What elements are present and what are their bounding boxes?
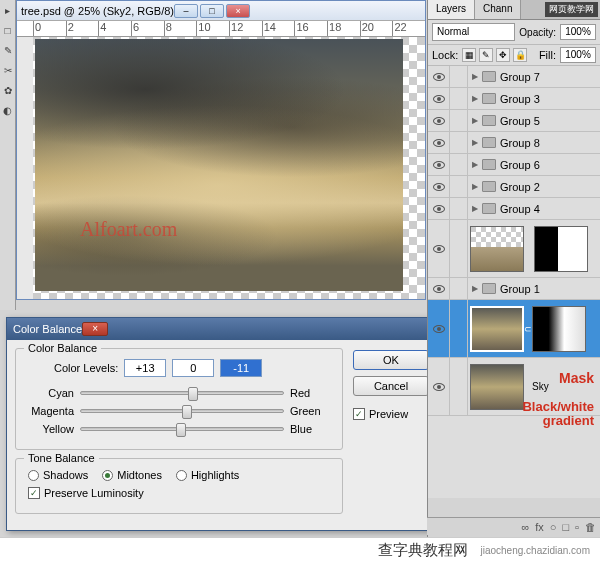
preserve-luminosity-checkbox[interactable]: ✓Preserve Luminosity [28,487,144,499]
slider-track[interactable] [80,391,284,395]
link-col[interactable] [450,220,468,277]
eye-icon [433,95,445,103]
disclosure-triangle-icon[interactable]: ▶ [472,284,478,293]
link-col[interactable] [450,358,468,415]
layer-group-row[interactable]: ▶Group 5 [428,110,600,132]
annotation-gradient: Black/whitegradient [522,400,594,428]
disclosure-triangle-icon[interactable]: ▶ [472,94,478,103]
dialog-close-button[interactable]: × [82,322,108,336]
level-magenta-green[interactable] [172,359,214,377]
link-col[interactable] [450,198,468,219]
layer-thumbnail[interactable] [470,306,524,352]
visibility-toggle[interactable] [428,66,450,87]
visibility-toggle[interactable] [428,154,450,175]
lock-all-icon[interactable]: 🔒 [513,48,527,62]
visibility-toggle[interactable] [428,110,450,131]
new-group-icon[interactable]: □ [562,521,569,533]
fill-input[interactable]: 100% [560,47,596,63]
mask-thumbnail[interactable] [534,226,588,272]
mask-thumbnail[interactable] [532,306,586,352]
tab-channels[interactable]: Chann [475,0,521,19]
shadows-radio[interactable]: Shadows [28,469,88,481]
maximize-button[interactable]: □ [200,4,224,18]
link-col[interactable] [450,278,468,299]
visibility-toggle[interactable] [428,176,450,197]
visibility-toggle[interactable] [428,278,450,299]
layer-group-row[interactable]: ▶Group 8 [428,132,600,154]
visibility-toggle[interactable] [428,220,450,277]
slider-thumb[interactable] [182,405,192,419]
slider-track[interactable] [80,427,284,431]
midtones-radio[interactable]: Midtones [102,469,162,481]
disclosure-triangle-icon[interactable]: ▶ [472,138,478,147]
disclosure-triangle-icon[interactable]: ▶ [472,182,478,191]
link-col[interactable] [450,88,468,109]
site-name: 查字典教程网 [378,541,468,560]
blend-mode-select[interactable]: Normal [432,23,515,41]
layer-thumbnail[interactable] [470,226,524,272]
visibility-toggle[interactable] [428,88,450,109]
slider-thumb[interactable] [188,387,198,401]
layer-group-row[interactable]: ▶Group 6 [428,154,600,176]
disclosure-triangle-icon[interactable]: ▶ [472,72,478,81]
ruler-mark: 2 [66,21,99,36]
layer-row[interactable] [428,220,600,278]
layer-fx-icon[interactable]: fx [535,521,544,533]
cancel-button[interactable]: Cancel [353,376,429,396]
disclosure-triangle-icon[interactable]: ▶ [472,160,478,169]
document-titlebar[interactable]: tree.psd @ 25% (Sky2, RGB/8) – □ × [17,1,425,21]
lock-pixels-icon[interactable]: ✎ [479,48,493,62]
opacity-label: Opacity: [519,27,556,38]
layer-group-row[interactable]: ▶Group 1 [428,278,600,300]
link-col[interactable] [450,176,468,197]
visibility-toggle[interactable] [428,300,450,357]
layer-name: Group 7 [500,71,540,83]
link-col[interactable] [450,300,468,357]
visibility-toggle[interactable] [428,198,450,219]
layer-group-row[interactable]: ▶Group 4 [428,198,600,220]
ruler-mark: 20 [360,21,393,36]
eye-icon [433,325,445,333]
link-col[interactable] [450,154,468,175]
eye-icon [433,183,445,191]
visibility-toggle[interactable] [428,132,450,153]
minimize-button[interactable]: – [174,4,198,18]
link-col[interactable] [450,132,468,153]
dialog-titlebar[interactable]: Color Balance × [7,318,437,340]
close-button[interactable]: × [226,4,250,18]
layer-row-selected[interactable]: ⊂⊃ [428,300,600,358]
slider-thumb[interactable] [176,423,186,437]
slider-track[interactable] [80,409,284,413]
lock-position-icon[interactable]: ✥ [496,48,510,62]
visibility-toggle[interactable] [428,358,450,415]
disclosure-triangle-icon[interactable]: ▶ [472,116,478,125]
sky-image [35,39,403,291]
tab-layers[interactable]: Layers [428,0,475,19]
ok-button[interactable]: OK [353,350,429,370]
delete-layer-icon[interactable]: 🗑 [585,521,596,533]
link-layers-icon[interactable]: ∞ [521,521,529,533]
layer-group-row[interactable]: ▶Group 7 [428,66,600,88]
layer-group-row[interactable]: ▶Group 2 [428,176,600,198]
layer-group-row[interactable]: ▶Group 3 [428,88,600,110]
opacity-input[interactable]: 100% [560,24,596,40]
lock-transparency-icon[interactable]: ▦ [462,48,476,62]
ruler-mark: 22 [392,21,425,36]
disclosure-triangle-icon[interactable]: ▶ [472,204,478,213]
link-col[interactable] [450,66,468,87]
canvas[interactable] [33,37,425,299]
preview-checkbox[interactable]: ✓Preview [353,408,429,420]
layer-mask-icon[interactable]: ○ [550,521,557,533]
eye-icon [433,139,445,147]
layer-thumbnail[interactable] [470,364,524,410]
ruler-horizontal[interactable]: 0246810121416182022 [17,21,425,37]
level-yellow-blue[interactable] [220,359,262,377]
new-layer-icon[interactable]: ▫ [575,521,579,533]
link-col[interactable] [450,110,468,131]
layer-name: Group 1 [500,283,540,295]
level-cyan-red[interactable] [124,359,166,377]
highlights-radio[interactable]: Highlights [176,469,239,481]
watermark: Alfoart.com [80,218,177,241]
layers-panel: 网页教学网 Layers Chann Normal Opacity: 100% … [427,0,600,563]
folder-icon [482,137,496,148]
